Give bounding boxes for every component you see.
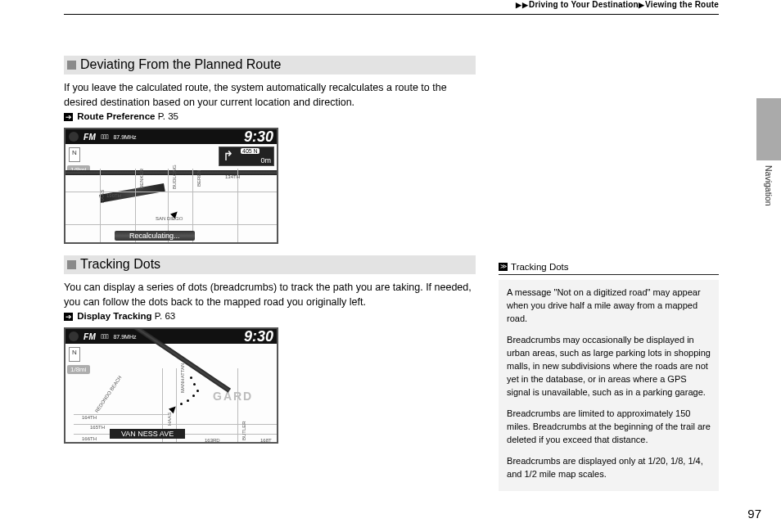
cross-reference: ➔ Display Tracking P. 63 (64, 311, 476, 321)
section-heading-tracking: Tracking Dots (64, 255, 476, 274)
home-icon (69, 331, 79, 341)
north-icon: N (69, 147, 80, 162)
turn-arrow-icon (223, 150, 236, 163)
link-icon: ➔ (64, 113, 73, 121)
sidebar-paragraph: A message "Not on a digitized road" may … (507, 286, 711, 326)
section-heading-deviating: Deviating From the Planned Route (64, 56, 476, 74)
radio-band: FM (84, 332, 96, 341)
nav-topbar: FM ▯▯▯ 87.9MHz 9:30 (65, 329, 277, 344)
section-tab (756, 98, 781, 160)
signal-icon: ▯▯▯ (101, 333, 108, 340)
square-icon (67, 61, 76, 70)
breadcrumb: ▶▶Driving to Your Destination▶Viewing th… (64, 0, 719, 9)
radio-frequency: 87.9MHz (113, 334, 136, 340)
clock: 9:30 (244, 128, 273, 146)
main-column: Deviating From the Planned Route If you … (64, 56, 476, 490)
nav-screenshot-tracking: FM ▯▯▯ 87.9MHz 9:30 N 1/8mi GARD 16 (64, 327, 278, 444)
map-area: N 1/8mi 405 N 0m HAAS (65, 144, 277, 242)
sidebar-heading: ≫ Tracking Dots (499, 262, 719, 275)
signal-icon: ▯▯▯ (101, 133, 108, 140)
section2-body: You can display a series of dots (breadc… (64, 281, 476, 309)
turn-instruction: 405 N 0m (219, 147, 274, 166)
current-street: VAN NESS AVE (110, 429, 185, 439)
note-icon: ≫ (499, 263, 508, 271)
vehicle-icon (169, 399, 183, 413)
nav-screenshot-recalculating: FM ▯▯▯ 87.9MHz 9:30 N 1/8mi 405 N 0m (64, 128, 278, 244)
triangle-icon: ▶ (639, 1, 644, 9)
radio-frequency: 87.9MHz (113, 134, 136, 140)
page-number: 97 (747, 507, 761, 521)
turn-distance: 0m (260, 156, 271, 165)
north-icon: N (69, 347, 80, 362)
sidebar-paragraph: Breadcrumbs may occasionally be displaye… (507, 334, 711, 399)
sidebar-column: ≫ Tracking Dots A message "Not on a digi… (499, 56, 719, 490)
route-badge: 405 N (241, 148, 260, 154)
nav-topbar: FM ▯▯▯ 87.9MHz 9:30 (65, 129, 277, 144)
section1-body: If you leave the calculated route, the s… (64, 81, 476, 110)
home-icon (69, 132, 79, 142)
sidebar-paragraph: Breadcrumbs are displayed only at 1/20, … (507, 455, 711, 481)
cross-reference: ➔ Route Preference P. 35 (64, 111, 476, 121)
divider (64, 14, 719, 15)
scale-badge: 1/8mi (67, 365, 90, 374)
triangle-icon: ▶ (522, 1, 528, 9)
sidebar-body: A message "Not on a digitized road" may … (499, 280, 719, 490)
status-message: Recalculating... (115, 231, 195, 241)
map-area: N 1/8mi GARD 164TH 165TH 166TH HAAS REDO… (65, 344, 277, 442)
link-icon: ➔ (64, 313, 73, 321)
triangle-icon: ▶ (516, 1, 521, 9)
section-tab-label: Navigation (764, 165, 774, 206)
sidebar-paragraph: Breadcrumbs are limited to approximately… (507, 408, 711, 447)
square-icon (67, 260, 76, 269)
clock: 9:30 (244, 328, 273, 345)
radio-band: FM (84, 133, 96, 142)
